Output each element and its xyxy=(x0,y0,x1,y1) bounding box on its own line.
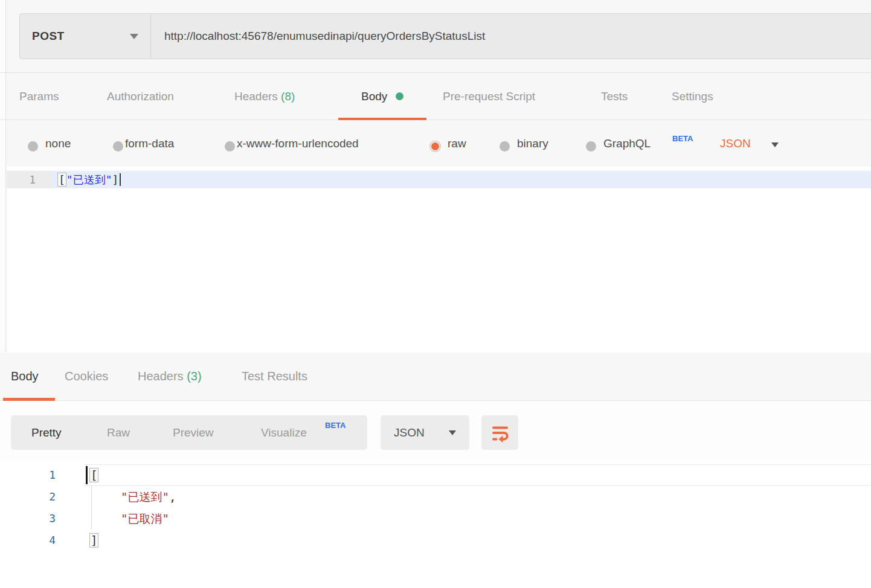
line-number: 2 xyxy=(0,486,56,508)
tab-settings[interactable]: Settings xyxy=(672,73,713,120)
response-tab-body[interactable]: Body xyxy=(11,353,39,400)
method-label: POST xyxy=(32,30,65,43)
sidebar-edge xyxy=(0,0,6,352)
code-text: "已取消" xyxy=(121,508,169,529)
response-line: 3 "已取消" xyxy=(0,508,871,529)
chevron-down-icon[interactable] xyxy=(771,142,779,147)
editor-line-number: 1 xyxy=(7,171,51,188)
visualize-beta-badge: BETA xyxy=(325,421,346,430)
response-tabs: Body Cookies Headers (3) Test Results xyxy=(0,353,871,401)
chevron-down-icon xyxy=(449,430,456,435)
code-text: ] xyxy=(89,529,98,551)
postman-window: POST http://localhost:45678/enumusedinap… xyxy=(0,0,871,588)
radio-label-form-data[interactable]: form-data xyxy=(125,121,174,167)
tab-label: Headers xyxy=(234,90,278,103)
response-tab-test-results[interactable]: Test Results xyxy=(242,353,307,400)
close-bracket-token: ] xyxy=(112,173,119,186)
radio-x-www-form-urlencoded[interactable] xyxy=(225,141,235,152)
radio-binary[interactable] xyxy=(500,141,510,152)
response-tab-headers[interactable]: Headers (3) xyxy=(138,353,202,400)
editor-code-line: ["已送到"] xyxy=(57,171,121,188)
body-set-dot-icon xyxy=(396,92,403,100)
request-tabs: Params Authorization Headers (8) Body Pr… xyxy=(0,72,871,120)
headers-count-badge: (8) xyxy=(281,90,295,103)
body-mode-row: none form-data x-www-form-urlencoded raw… xyxy=(0,121,871,167)
radio-label-none[interactable]: none xyxy=(45,121,71,167)
string-token: "已送到" xyxy=(121,490,169,503)
view-mode-preview[interactable]: Preview xyxy=(173,415,214,450)
view-mode-group: Pretty Raw Preview Visualize BETA xyxy=(11,415,367,450)
active-response-tab-underline xyxy=(3,398,55,401)
tab-label: Headers xyxy=(138,369,184,383)
open-bracket-token: [ xyxy=(57,173,66,187)
radio-label-x-www-form-urlencoded[interactable]: x-www-form-urlencoded xyxy=(237,121,359,167)
tab-label: Body xyxy=(11,369,39,383)
close-bracket-token: ] xyxy=(89,533,98,548)
radio-label-binary[interactable]: binary xyxy=(517,121,548,167)
tab-label: Pre-request Script xyxy=(443,90,535,103)
wrap-lines-button[interactable] xyxy=(481,415,518,450)
comma-token: , xyxy=(169,490,176,503)
tab-label: Params xyxy=(19,90,59,103)
radio-none[interactable] xyxy=(28,141,38,152)
line-number: 3 xyxy=(0,508,56,529)
string-token: "已取消" xyxy=(121,512,169,525)
request-pane: POST http://localhost:45678/enumusedinap… xyxy=(0,0,871,352)
request-body-editor[interactable]: 1 ["已送到"] xyxy=(7,167,871,352)
tab-label: Test Results xyxy=(242,369,307,383)
tab-label: Cookies xyxy=(65,369,108,383)
tab-pre-request-script[interactable]: Pre-request Script xyxy=(443,73,535,120)
tab-body[interactable]: Body xyxy=(361,73,403,120)
response-line: 1 [ xyxy=(0,464,871,486)
view-mode-pretty[interactable]: Pretty xyxy=(31,415,62,450)
raw-language-dropdown[interactable]: JSON xyxy=(720,121,751,167)
open-bracket-token: [ xyxy=(89,468,98,482)
active-line-highlight xyxy=(85,464,871,486)
url-bar: POST http://localhost:45678/enumusedinap… xyxy=(19,13,871,59)
tab-headers[interactable]: Headers (8) xyxy=(234,73,295,120)
radio-label-raw[interactable]: raw xyxy=(448,121,466,167)
response-pane: Body Cookies Headers (3) Test Results Pr… xyxy=(0,353,871,588)
view-mode-raw[interactable]: Raw xyxy=(107,415,130,450)
tab-tests[interactable]: Tests xyxy=(601,73,628,120)
response-body-viewer[interactable]: 1 [ 2 "已送到", 3 "已取消" 4 ] xyxy=(0,462,871,588)
radio-label-graphql[interactable]: GraphQL xyxy=(603,121,651,167)
tab-label: Settings xyxy=(672,90,713,103)
response-line: 2 "已送到", xyxy=(0,486,871,508)
response-toolbar: Pretty Raw Preview Visualize BETA JSON xyxy=(0,401,871,462)
tab-params[interactable]: Params xyxy=(19,73,59,120)
radio-graphql[interactable] xyxy=(586,141,596,152)
graphql-beta-badge: BETA xyxy=(672,134,693,143)
url-input[interactable]: http://localhost:45678/enumusedinapi/que… xyxy=(151,13,871,59)
text-cursor xyxy=(120,173,121,186)
response-language-dropdown[interactable]: JSON xyxy=(381,415,469,450)
radio-form-data[interactable] xyxy=(113,141,123,152)
active-tab-underline xyxy=(338,118,426,120)
wrap-text-icon xyxy=(490,423,510,443)
tab-label: Body xyxy=(361,90,387,103)
code-text: "已送到", xyxy=(121,486,176,508)
string-token: "已送到" xyxy=(66,173,112,186)
line-number: 4 xyxy=(0,529,56,551)
chevron-down-icon xyxy=(130,34,138,39)
response-line: 4 ] xyxy=(0,529,871,551)
url-text: http://localhost:45678/enumusedinapi/que… xyxy=(164,30,485,43)
response-tab-cookies[interactable]: Cookies xyxy=(65,353,108,400)
tab-label: Authorization xyxy=(107,90,174,103)
tab-label: Tests xyxy=(601,90,628,103)
method-dropdown[interactable]: POST xyxy=(19,13,151,59)
view-mode-visualize[interactable]: Visualize xyxy=(261,415,307,450)
editor-active-line xyxy=(51,171,871,188)
code-text: [ xyxy=(89,464,98,486)
response-headers-count-badge: (3) xyxy=(187,369,201,383)
line-number: 1 xyxy=(0,464,56,486)
tab-authorization[interactable]: Authorization xyxy=(107,73,174,120)
text-cursor xyxy=(86,466,88,484)
response-language-label: JSON xyxy=(394,415,425,450)
radio-raw-selected[interactable] xyxy=(430,141,440,152)
